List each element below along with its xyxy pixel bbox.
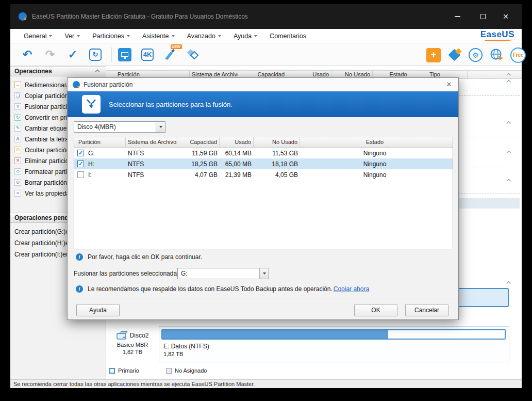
column-header[interactable]: Sistema de Archivos [126,137,177,147]
capacity-cell: 4,07 GB [177,171,220,179]
apply-check-icon: ✓ [68,48,77,61]
menu-particiones[interactable]: Particiones [86,29,136,43]
drive-letter-icon: A [14,136,21,142]
menu-general[interactable]: General [18,29,58,43]
dialog-close-button[interactable]: ✕ [444,80,454,89]
disk-icon [117,331,128,340]
column-header[interactable]: Partición [74,137,126,147]
merge-banner-icon [82,95,101,114]
table-header-row: Partición Sistema de Archivos Capacidad … [74,137,453,148]
cleanup-button[interactable]: NEW [162,47,178,62]
apply-button[interactable]: ✓ [65,47,80,62]
refresh-icon: ↻ [89,49,102,61]
unused-cell: 18,18 GB [254,161,300,168]
unused-cell: 11,53 GB [254,150,300,157]
dialog-title-bar[interactable]: Fusionar partición ✕ [68,78,458,91]
chevron-down-icon[interactable] [259,268,269,279]
help-button[interactable]: Ayuda [76,304,120,316]
row-checkbox[interactable]: ✓ [77,161,84,167]
chevron-down-icon[interactable] [156,122,165,132]
info-icon: i [76,285,83,293]
menu-label: Particiones [92,33,124,40]
free-badge[interactable]: Free [510,47,526,63]
table-row[interactable]: ✓I: NTFS 4,07 GB 21,39 MB 4,05 GB Ningun… [74,169,453,180]
table-row[interactable]: ✓H: NTFS 18,25 GB 65,00 MB 18,18 GB Ning… [74,158,453,169]
menu-comentarios[interactable]: Comentarios [263,29,312,43]
4k-alignment-icon: 4K [141,49,154,61]
info-line-2: i Le recomendamos que respalde los datos… [76,285,369,293]
sidebar-item-label: Cambiar etiqueta [25,125,72,132]
legend-label: No Asignado [175,367,207,374]
migrate-os-icon [118,48,131,61]
column-header[interactable]: Usado [220,137,254,147]
menu-avanzado[interactable]: Avanzado [181,29,227,43]
close-icon: ✕ [446,81,452,88]
undo-button[interactable]: ↶ [20,47,35,62]
ok-button[interactable]: OK [354,304,397,316]
triangle-glyph [159,126,162,128]
disk-collapse-icon[interactable] [507,121,511,125]
minimize-button[interactable] [450,9,465,24]
chevron-down-icon [172,35,175,37]
close-button[interactable]: ✕ [498,9,513,24]
menu-ayuda[interactable]: Ayuda [227,29,263,43]
column-header[interactable]: Estado [300,137,450,147]
dialog-icon [73,81,80,88]
cancel-button[interactable]: Cancelar [405,304,448,316]
fs-cell: NTFS [126,171,177,179]
chevron-down-icon [254,35,257,37]
merge-target-value: G: [178,268,259,279]
column-header[interactable]: No Usado [254,137,300,147]
legend-label: Primario [118,367,139,374]
disk2-partition-bar[interactable] [161,329,506,340]
column-header[interactable]: Capacidad [177,137,220,147]
refresh-button[interactable]: ↻ [88,47,103,62]
maximize-button[interactable] [475,9,491,24]
redo-button[interactable]: ↷ [42,47,58,62]
partition-recovery-button[interactable] [447,48,462,62]
redo-icon: ↷ [45,48,55,61]
minimize-icon [455,16,460,17]
title-bar: EaseUS Partition Master Edición Gratuita… [10,4,522,29]
sidebar-item-label: Ocultar partición [25,147,70,154]
copy-now-link[interactable]: Copiar ahora [334,285,369,293]
disk-collapse-icon[interactable] [507,151,511,155]
sidebar-item-label: Cambiar la letra [25,136,69,143]
merge-target-select[interactable]: G: [177,268,269,279]
upgrade-button[interactable]: + [426,48,441,62]
status-cell: Ninguno [300,161,450,168]
disk-collapse-icon[interactable] [507,80,511,84]
collapse-icon[interactable] [507,73,511,77]
sidebar-item-label: Copiar partición [25,92,68,100]
chevron-down-icon [77,35,80,37]
window-title: EaseUS Partition Master Edición Gratuita… [32,4,248,29]
menu-label: Ver [64,33,74,40]
fs-cell: NTFS [126,161,177,168]
row-checkbox[interactable]: ✓ [77,150,84,156]
disk-select[interactable]: Disco 4(MBR) [74,121,165,133]
4k-alignment-button[interactable]: 4K [140,47,155,62]
used-cell: 60,14 MB [220,150,254,157]
legend-primary: Primario [109,367,139,374]
language-button[interactable] [489,47,504,63]
menu-ver[interactable]: Ver [58,29,86,43]
disk-collapse-icon[interactable] [507,179,511,183]
row-checkbox[interactable]: ✓ [77,171,84,178]
migrate-os-button[interactable] [117,47,132,62]
operations-header[interactable]: Operaciones [10,66,106,76]
info-line-1: i Por favor, haga clic en OK para contin… [76,253,202,261]
settings-button[interactable]: ⚙ [469,48,483,62]
status-bar: Se recomienda cerrar todas las otras apl… [10,379,522,388]
status-cell: Ninguno [300,150,450,157]
collapse-icon[interactable] [95,70,99,74]
primary-swatch [109,368,115,374]
menu-asistente[interactable]: Asistente [136,29,180,43]
undo-icon: ↶ [23,48,32,61]
disk2-info-cell[interactable]: Disco2 Básico MBR 1,82 TB [106,326,159,362]
disk-collapse-icon[interactable] [507,281,511,285]
resize-icon: ↔ [14,82,21,88]
chevron-down-icon [127,35,130,37]
table-row[interactable]: ✓G: NTFS 11,59 GB 60,14 MB 11,53 GB Ning… [74,148,453,158]
wipe-data-button[interactable] [185,47,201,62]
wipe-icon: ⊘ [14,179,21,186]
